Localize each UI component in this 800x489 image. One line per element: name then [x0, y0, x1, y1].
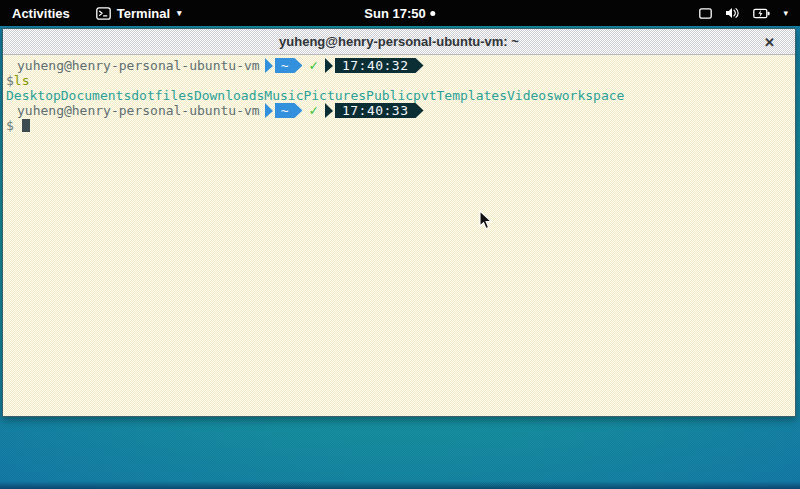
- prompt-line: yuheng@henry-personal-ubuntu-vm ~ ✓ 17:4…: [3, 58, 795, 73]
- directory-name: Videos: [507, 88, 554, 103]
- powerline-arrow-icon: [265, 103, 273, 118]
- window-titlebar[interactable]: yuheng@henry-personal-ubuntu-vm: ~ ✕: [3, 29, 795, 55]
- prompt-time-segment: 17:40:32: [335, 58, 424, 73]
- prompt-symbol: $: [6, 118, 14, 133]
- directory-name: workspace: [554, 88, 624, 103]
- prompt-path-segment: ~: [275, 58, 303, 73]
- volume-icon: [725, 7, 740, 19]
- prompt-user-host: yuheng@henry-personal-ubuntu-vm: [17, 58, 260, 73]
- notification-dot-icon: [431, 11, 436, 16]
- prompt-path-segment: ~: [275, 103, 303, 118]
- activities-button[interactable]: Activities: [0, 6, 82, 21]
- directory-name: Music: [264, 88, 303, 103]
- clock[interactable]: Sun 17:50: [364, 0, 435, 26]
- gnome-top-bar: Activities Terminal ▾ Sun 17:50 ▾: [0, 0, 800, 26]
- status-check-icon: ✓: [309, 58, 317, 73]
- directory-name: Desktop: [6, 88, 61, 103]
- directory-name: Templates: [437, 88, 507, 103]
- prompt-time-segment: 17:40:33: [335, 103, 424, 118]
- input-line[interactable]: $: [3, 118, 795, 133]
- terminal-icon: [96, 7, 111, 20]
- app-menu-label: Terminal: [117, 6, 170, 21]
- app-menu-terminal[interactable]: Terminal ▾: [96, 6, 182, 21]
- prompt-user-host: yuheng@henry-personal-ubuntu-vm: [17, 103, 260, 118]
- directory-name: Documents: [61, 88, 131, 103]
- powerline-arrow-icon: [325, 58, 333, 73]
- close-button[interactable]: ✕: [764, 35, 775, 48]
- powerline-arrow-icon: [265, 58, 273, 73]
- ls-output-line: Desktop Documents dotfiles Downloads Mus…: [3, 88, 795, 103]
- directory-name: dotfiles: [131, 88, 194, 103]
- status-check-icon: ✓: [309, 103, 317, 118]
- directory-name: Public: [366, 88, 413, 103]
- command-line: $ ls: [3, 73, 795, 88]
- chevron-down-icon: ▾: [177, 8, 182, 18]
- desktop-bottom-shadow: [0, 481, 800, 489]
- directory-name: pvt: [413, 88, 436, 103]
- clock-label: Sun 17:50: [364, 6, 425, 21]
- directory-name: Downloads: [194, 88, 264, 103]
- terminal-window: yuheng@henry-personal-ubuntu-vm: ~ ✕ yuh…: [2, 28, 796, 417]
- mouse-cursor-icon: [479, 210, 494, 231]
- system-tray[interactable]: ▾: [699, 7, 800, 19]
- typed-command: ls: [14, 73, 30, 88]
- prompt-symbol: $: [6, 73, 14, 88]
- battery-charging-icon: [753, 8, 770, 19]
- prompt-line: yuheng@henry-personal-ubuntu-vm ~ ✓ 17:4…: [3, 103, 795, 118]
- powerline-arrow-icon: [325, 103, 333, 118]
- terminal-cursor: [22, 119, 30, 132]
- terminal-content[interactable]: yuheng@henry-personal-ubuntu-vm ~ ✓ 17:4…: [3, 55, 795, 416]
- screen-icon: [699, 8, 712, 19]
- chevron-down-icon: ▾: [783, 8, 788, 18]
- directory-name: Pictures: [303, 88, 366, 103]
- window-title: yuheng@henry-personal-ubuntu-vm: ~: [279, 34, 519, 49]
